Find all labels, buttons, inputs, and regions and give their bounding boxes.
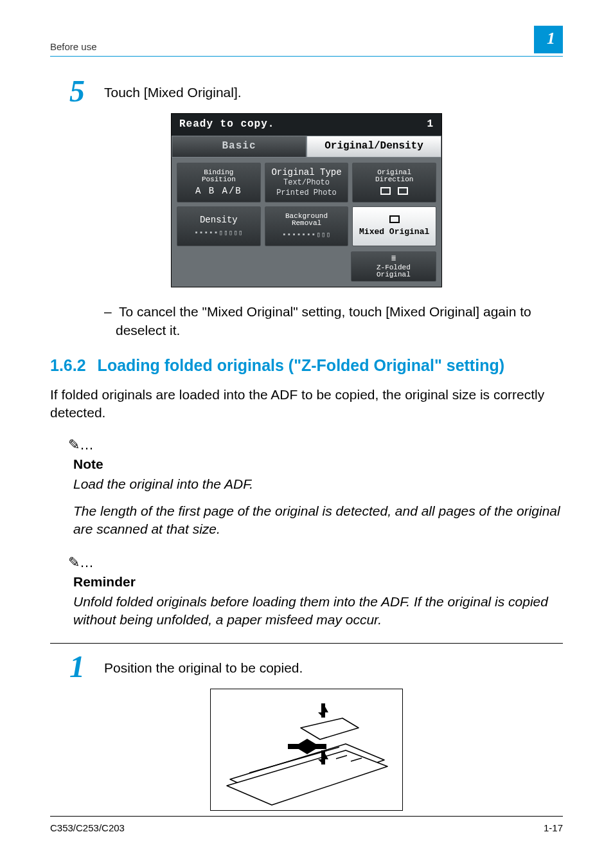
running-title: Before use xyxy=(50,41,97,53)
section-heading-1-6-2: 1.6.2Loading folded originals ("Z-Folded… xyxy=(50,355,563,377)
svg-rect-6 xyxy=(321,703,325,718)
svg-rect-8 xyxy=(321,750,325,764)
btn-mixed-original[interactable]: Mixed Original xyxy=(352,206,436,246)
note-block: ✎… Note Load the original into the ADF. … xyxy=(73,435,563,539)
reminder-block: ✎… Reminder Unfold folded originals befo… xyxy=(73,553,563,629)
btn-density[interactable]: Density ▪▪▪▪▪▯▯▯▯▯ xyxy=(177,206,261,246)
reminder-icon: ✎… xyxy=(68,553,563,572)
page-footer: C353/C253/C203 1-17 xyxy=(50,816,563,835)
density-scale-icon: ▪▪▪▪▪▯▯▯▯▯ xyxy=(194,229,243,237)
note-icon: ✎… xyxy=(68,435,563,455)
section-title: Loading folded originals ("Z-Folded Orig… xyxy=(98,356,504,374)
btn-original-direction[interactable]: Original Direction xyxy=(352,163,436,203)
note-title: Note xyxy=(73,455,563,473)
bg-removal-scale-icon: ▪▪▪▪▪▪▪▯▯▯ xyxy=(282,231,331,239)
step-5-subnote: – To cancel the "Mixed Original" setting… xyxy=(104,303,563,339)
section-intro: If folded originals are loaded into the … xyxy=(50,386,563,422)
btn-background-removal[interactable]: Background Removal ▪▪▪▪▪▪▪▯▯▯ xyxy=(265,206,349,246)
step-number-5: 5 xyxy=(50,76,104,107)
footer-page-number: 1-17 xyxy=(544,822,563,835)
btn-z-folded-original[interactable]: ≣ Z-Folded Original xyxy=(351,251,436,282)
status-count: 1 xyxy=(427,118,434,132)
step-5: 5 Touch [Mixed Original]. xyxy=(50,80,563,107)
step-1-text: Position the original to be copied. xyxy=(104,655,563,677)
tab-basic[interactable]: Basic xyxy=(172,136,306,158)
chapter-badge: 1 xyxy=(534,26,563,53)
svg-marker-2 xyxy=(301,718,359,739)
copier-touchscreen: Ready to copy. 1 Basic Original/Density … xyxy=(171,113,442,287)
mixed-original-icon xyxy=(389,215,400,225)
z-folded-icon: ≣ xyxy=(391,255,396,264)
running-header: Before use 1 xyxy=(50,26,563,57)
reminder-line: Unfold folded originals before loading t… xyxy=(73,593,563,629)
separator-rule xyxy=(50,643,563,644)
note-line-1: Load the original into the ADF. xyxy=(73,475,563,493)
binding-icons: A B A/B xyxy=(195,186,242,196)
step-number-1: 1 xyxy=(50,651,104,682)
tab-original-density[interactable]: Original/Density xyxy=(306,136,441,158)
adf-loading-illustration xyxy=(210,689,403,811)
section-number: 1.6.2 xyxy=(50,356,86,374)
direction-icons xyxy=(380,186,407,196)
note-line-2: The length of the first page of the orig… xyxy=(73,502,563,539)
step-1: 1 Position the original to be copied. xyxy=(50,655,563,682)
btn-binding-position[interactable]: Binding Position A B A/B xyxy=(177,163,261,203)
reminder-title: Reminder xyxy=(73,573,563,591)
status-text: Ready to copy. xyxy=(179,118,274,132)
btn-original-type[interactable]: Original Type Text/Photo Printed Photo xyxy=(265,163,349,203)
footer-model: C353/C253/C203 xyxy=(50,822,125,835)
step-5-text: Touch [Mixed Original]. xyxy=(104,80,563,102)
